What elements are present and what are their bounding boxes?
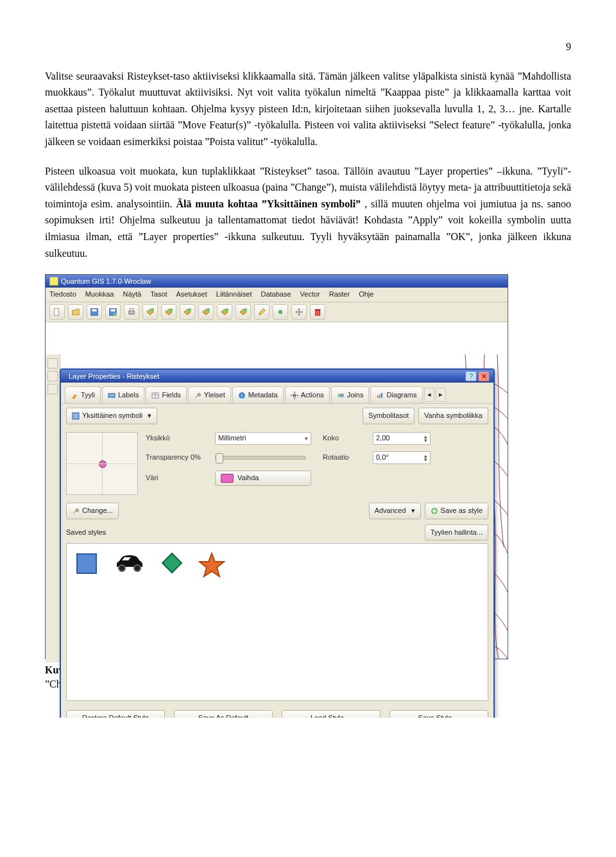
menu-vector[interactable]: Vector [300, 289, 320, 300]
size-spinner[interactable]: 2,00 ▴▾ [373, 432, 431, 445]
qgis-toolbar [46, 302, 508, 322]
tabs-scroll-right-icon[interactable]: ▸ [436, 388, 446, 402]
menu-liitannaiset[interactable]: Liitännäiset [216, 289, 252, 300]
symbol-levels-button[interactable]: Symbolitasot [363, 408, 415, 424]
menu-raster[interactable]: Raster [329, 289, 350, 300]
tb-layer1-icon[interactable] [142, 304, 158, 320]
label-icon [108, 392, 116, 399]
restore-default-button[interactable]: Restore Default Style [66, 710, 165, 717]
style-diamond-icon[interactable] [160, 551, 184, 575]
symbol-mode-button[interactable]: Yksittäinen symboli ▾ [66, 408, 157, 424]
svg-text:i: i [241, 393, 243, 399]
svg-point-44 [134, 565, 141, 571]
unit-combo[interactable]: Millimetri ▾ [215, 432, 311, 445]
tab-labels-label: Labels [118, 390, 139, 401]
label-rotation: Rotaatio [323, 452, 361, 463]
panel-btn-2[interactable] [47, 371, 58, 381]
tb-layer3-icon[interactable] [180, 304, 195, 320]
menu-muokkaa[interactable]: Muokkaa [85, 289, 114, 300]
svg-rect-7 [130, 308, 133, 311]
close-icon[interactable]: ✕ [478, 371, 490, 381]
tb-delete-icon[interactable] [310, 304, 325, 320]
tb-capture-icon[interactable] [273, 304, 288, 320]
dialog-titlebar: Layer Properties - Risteykset ? ✕ [61, 370, 493, 383]
style-star-icon[interactable] [198, 551, 226, 580]
color-swatch-icon [221, 474, 234, 483]
tab-labels[interactable]: Labels [102, 386, 144, 404]
chevron-down-icon: ▾ [411, 505, 415, 517]
save-as-style-label: Save as style [441, 505, 483, 517]
tab-joins-label: Joins [347, 390, 364, 401]
transparency-slider[interactable] [215, 456, 306, 460]
qgis-title-text: Quantum GIS 1.7.0-Wroclaw [61, 275, 151, 288]
svg-rect-24 [108, 394, 115, 397]
svg-rect-21 [316, 310, 320, 315]
save-style-button[interactable]: Save Style ... [389, 710, 488, 717]
tab-tyyli[interactable]: Tyyli [65, 386, 101, 404]
svg-marker-45 [162, 553, 182, 573]
menu-tiedosto[interactable]: Tiedosto [49, 289, 76, 300]
rotation-spinner[interactable]: 0,0° ▴▾ [373, 451, 431, 464]
tb-layer6-icon[interactable] [235, 304, 251, 320]
tb-saveas-icon[interactable] [105, 304, 121, 320]
svg-point-20 [278, 310, 282, 313]
svg-rect-4 [111, 309, 116, 311]
old-symbology-button[interactable]: Vanha symboliikka [418, 408, 488, 424]
tab-metadata[interactable]: i Metadata [232, 386, 284, 404]
label-size: Koko [323, 433, 361, 444]
style-car-icon[interactable] [113, 551, 146, 573]
paragraph-2: Pisteen ulkoasua voit muokata, kun tupla… [45, 163, 571, 262]
tab-diagrams[interactable]: Diagrams [370, 386, 422, 404]
change-button[interactable]: Change... [66, 503, 119, 519]
tb-save-icon[interactable] [87, 304, 102, 320]
svg-rect-40 [73, 413, 79, 419]
tabs-scroll-left-icon[interactable]: ◂ [424, 388, 434, 402]
symbol-mode-label: Yksittäinen symboli [82, 410, 142, 422]
advanced-button[interactable]: Advanced ▾ [369, 503, 421, 519]
saved-styles-list[interactable] [66, 543, 488, 701]
load-style-button[interactable]: Load Style ... [282, 710, 381, 717]
menu-database[interactable]: Database [261, 289, 291, 300]
menu-asetukset[interactable]: Asetukset [176, 289, 207, 300]
menu-ohje[interactable]: Ohje [359, 289, 373, 300]
style-manager-button[interactable]: Tyylien hallinta... [425, 524, 488, 541]
svg-rect-38 [379, 394, 381, 398]
tb-print-icon[interactable] [124, 304, 139, 320]
tb-open-icon[interactable] [68, 304, 83, 320]
figure-5: Quantum GIS 1.7.0-Wroclaw Tiedosto Muokk… [45, 274, 507, 691]
saved-styles-label: Saved styles [66, 527, 106, 539]
tb-edit-pencil-icon[interactable] [254, 304, 270, 320]
color-change-button[interactable]: Vaihda [215, 471, 311, 486]
svg-rect-0 [55, 308, 59, 315]
symbol-preview [66, 432, 138, 495]
save-default-button[interactable]: Save As Default [174, 710, 273, 717]
plus-icon [431, 507, 438, 515]
tb-new-icon[interactable] [49, 304, 65, 320]
paragraph-1: Valitse seuraavaksi Risteykset-taso akti… [45, 68, 571, 150]
tab-tyyli-label: Tyyli [81, 390, 95, 401]
chevron-down-icon: ▾ [305, 434, 308, 443]
tb-layer2-icon[interactable] [161, 304, 176, 320]
tab-fields[interactable]: Fields [146, 386, 186, 404]
dialog-title-text: Layer Properties - Risteykset [69, 370, 159, 383]
menu-tasot[interactable]: Tasot [150, 289, 167, 300]
panel-btn-1[interactable] [47, 358, 58, 368]
tab-joins[interactable]: Joins [331, 386, 370, 404]
qgis-app-icon [49, 277, 58, 286]
tb-layer5-icon[interactable] [217, 304, 232, 320]
save-as-style-button[interactable]: Save as style [425, 503, 488, 519]
tab-actions[interactable]: Actions [285, 386, 330, 404]
svg-point-11 [169, 308, 173, 311]
tb-layer4-icon[interactable] [198, 304, 214, 320]
unit-combo-value: Millimetri [218, 433, 246, 444]
join-icon [337, 392, 345, 399]
qgis-titlebar: Quantum GIS 1.7.0-Wroclaw [46, 275, 508, 288]
tb-move-icon[interactable] [291, 304, 307, 320]
style-square-icon[interactable] [74, 551, 99, 576]
tab-diagrams-label: Diagrams [386, 390, 416, 401]
tab-yleiset[interactable]: Yleiset [188, 386, 231, 404]
chevron-down-icon: ▾ [148, 410, 151, 422]
panel-btn-3[interactable] [47, 384, 58, 394]
help-icon[interactable]: ? [465, 371, 477, 381]
menu-nayta[interactable]: Näytä [123, 289, 141, 300]
